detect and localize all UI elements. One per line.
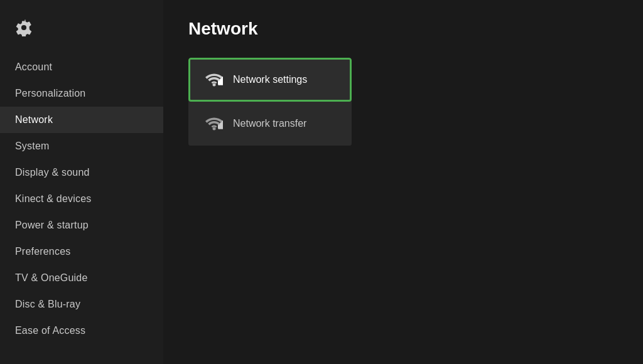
network-settings-item[interactable]: Network settings (188, 58, 352, 102)
svg-point-4 (213, 127, 216, 131)
svg-rect-2 (220, 79, 222, 85)
sidebar-item-network[interactable]: Network (0, 107, 163, 133)
svg-rect-1 (219, 81, 220, 85)
network-settings-label: Network settings (233, 74, 307, 85)
network-transfer-item[interactable]: Network transfer (188, 102, 352, 146)
sidebar-item-personalization[interactable]: Personalization (0, 80, 163, 107)
sidebar-item-display-sound[interactable]: Display & sound (0, 159, 163, 186)
sidebar-item-disc-bluray[interactable]: Disc & Blu-ray (0, 291, 163, 318)
page-title: Network (188, 19, 618, 39)
wifi-settings-icon (205, 72, 223, 87)
network-menu-list: Network settings Network transfer (188, 58, 352, 146)
svg-point-0 (213, 83, 216, 87)
sidebar-item-power-startup[interactable]: Power & startup (0, 212, 163, 238)
sidebar-item-tv-oneguide[interactable]: TV & OneGuide (0, 265, 163, 291)
sidebar: Account Personalization Network System D… (0, 0, 163, 364)
svg-rect-3 (222, 77, 223, 85)
sidebar-navigation: Account Personalization Network System D… (0, 54, 163, 344)
sidebar-item-system[interactable]: System (0, 133, 163, 159)
wifi-transfer-icon (205, 116, 223, 131)
sidebar-item-ease-access[interactable]: Ease of Access (0, 318, 163, 344)
settings-gear-icon (0, 13, 163, 54)
sidebar-item-account[interactable]: Account (0, 54, 163, 80)
svg-rect-7 (222, 121, 223, 129)
main-content: Network Network settings (163, 0, 643, 364)
svg-rect-5 (219, 125, 220, 129)
sidebar-item-preferences[interactable]: Preferences (0, 238, 163, 265)
sidebar-item-kinect-devices[interactable]: Kinect & devices (0, 186, 163, 212)
network-transfer-label: Network transfer (233, 118, 306, 129)
svg-rect-6 (220, 123, 222, 129)
